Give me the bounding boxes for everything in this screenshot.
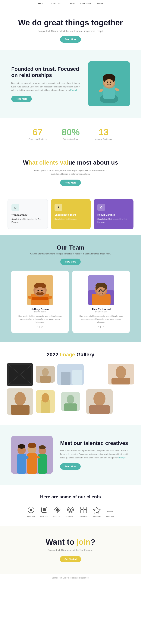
svg-point-52 [15,392,26,406]
stat-projects: 67 Completed Projects [29,127,47,140]
gallery-item-7 [36,390,55,414]
client-label-7: COMPANY [106,515,114,517]
svg-rect-78 [43,508,46,511]
clients-heading: Here are some of our clients [11,494,130,500]
card-result: ✿ Result Garantie Sample text. Click to … [94,199,133,229]
meet-cta-button[interactable]: Read More [60,463,81,470]
stat-years: 13 Years of Expirience [95,127,112,140]
instagram-icon[interactable]: ◻ [41,326,43,328]
clients-value-cta-button[interactable]: Read More [60,180,81,186]
hero-cta-button[interactable]: Read More [60,36,81,42]
team-cta-button[interactable]: View More [60,258,80,265]
twitter-icon-2[interactable]: 𝕥 [100,326,101,328]
result-icon: ✿ [97,204,105,211]
clients-logos: COMPANY COMPANY COMPANY COMPANY COMPANY [11,505,130,517]
trust-cta-button[interactable]: Read More [11,96,32,102]
svg-point-49 [116,366,126,379]
svg-rect-62 [89,405,110,414]
hero-section: We do great things together Sample text.… [0,7,141,50]
meet-section: Meet our talented creatives Duis aute ir… [0,425,141,485]
nav-landing[interactable]: LANDING [80,2,91,4]
gallery-section: 2022 Image Gallery [0,342,141,425]
svg-rect-44 [40,376,51,382]
svg-rect-53 [11,405,30,415]
instagram-icon-2[interactable]: ◻ [102,326,104,328]
team-member-1-social: f 𝕥 ◻ [16,326,64,328]
gallery-item-9 [86,389,113,414]
svg-rect-84 [81,510,83,513]
hero-heading: We do great things together [15,18,126,27]
gallery-item-3 [57,364,84,385]
client-icon-3 [53,505,62,514]
svg-rect-87 [107,508,113,512]
team-card-jeffrey: Jeffrey Brown creative leader Glaer amet… [11,270,69,333]
stat-projects-label: Completed Projects [29,138,47,140]
team-member-2-role: creative leader [77,311,125,313]
facebook-icon[interactable]: f [37,326,37,328]
stat-projects-number: 67 [29,127,47,137]
svg-point-76 [30,509,32,511]
team-member-1-name: Jeffrey Brown [16,308,64,311]
svg-point-9 [110,82,111,83]
nav-about[interactable]: ABOUT [38,2,46,4]
team-subtext: Glaenida for habitant morbi tristique se… [11,252,130,255]
svg-point-65 [18,444,25,449]
footer: Sample text. Click to select the Text El… [0,574,141,582]
svg-rect-85 [84,510,87,513]
client-icon-4 [66,505,75,514]
card-experienced: ✦ Experienced Team Sample text. Text Ele… [51,199,91,229]
meet-text: Meet our talented creatives Duis aute ir… [60,440,130,470]
svg-rect-66 [17,454,26,474]
nav-home[interactable]: HOME [96,2,103,4]
svg-rect-83 [84,507,87,510]
trust-body: Duis aute irure dolor in reprehenderit i… [11,82,81,92]
svg-point-37 [100,292,102,292]
svg-point-36 [102,290,103,291]
twitter-icon[interactable]: 𝕥 [39,326,40,328]
team-card-alex: Alex Richmond creative leader Glaer amet… [72,270,130,333]
svg-point-20 [39,292,41,293]
client-label-5: COMPANY [80,515,88,517]
svg-rect-82 [81,507,83,510]
gallery-item-1 [7,363,33,386]
team-member-1-role: creative leader [16,311,64,313]
transparency-icon: ◇ [12,204,19,211]
team-section: Our Team Glaenida for habitant morbi tri… [0,235,141,342]
client-icon-1 [26,505,36,514]
join-cta-button[interactable]: Get Started [60,556,81,562]
nav-team[interactable]: TEAM [68,2,75,4]
meet-link[interactable]: Freepik [119,456,126,459]
join-heading: Want to join? [15,538,126,546]
client-logo-5: COMPANY [79,505,88,517]
svg-point-43 [42,368,49,376]
team-member-1-desc: Glaer amet mtml libero molestie ante ut … [16,315,64,324]
team-photo-jeffrey [27,275,53,305]
stat-satisfaction-label: Satisfaction Rate [62,138,80,140]
svg-rect-46 [61,372,71,385]
card-transparency-title: Transparency [12,214,44,216]
card-transparency-text: Sample text. Click to select the Text El… [12,218,44,224]
join-section: Want to join? Sample text. Click to sele… [0,526,141,574]
footer-text: Sample text. Click to select the Text El… [3,577,138,579]
team-cards: Jeffrey Brown creative leader Glaer amet… [11,270,130,333]
svg-rect-50 [111,378,130,384]
trust-link[interactable]: Freepik [70,89,77,91]
gallery-heading: 2022 Image Gallery [8,352,133,358]
trust-text: Founded on trust. Focused on relationshi… [11,66,81,102]
client-logo-6: COMPANY [92,505,101,517]
client-icon-7 [105,505,115,514]
client-icon-5 [79,505,88,514]
facebook-icon-2[interactable]: f [98,326,98,328]
team-heading: Our Team [11,244,130,251]
client-logo-4: COMPANY [66,505,75,517]
team-member-2-desc: Glaer amet mtml libero molestie ante ut … [77,315,125,324]
team-member-2-name: Alex Richmond [77,308,125,311]
hero-subtext: Sample text. Click to select the Text El… [15,30,126,32]
client-logo-7: COMPANY [105,505,115,517]
svg-marker-86 [93,507,100,514]
svg-point-71 [39,445,46,450]
experienced-icon: ✦ [55,204,62,211]
nav-contact[interactable]: CONTACT [52,2,63,4]
stats-section: 67 Completed Projects 80% Satisfaction R… [0,118,141,150]
card-experienced-title: Experienced Team [55,213,87,216]
